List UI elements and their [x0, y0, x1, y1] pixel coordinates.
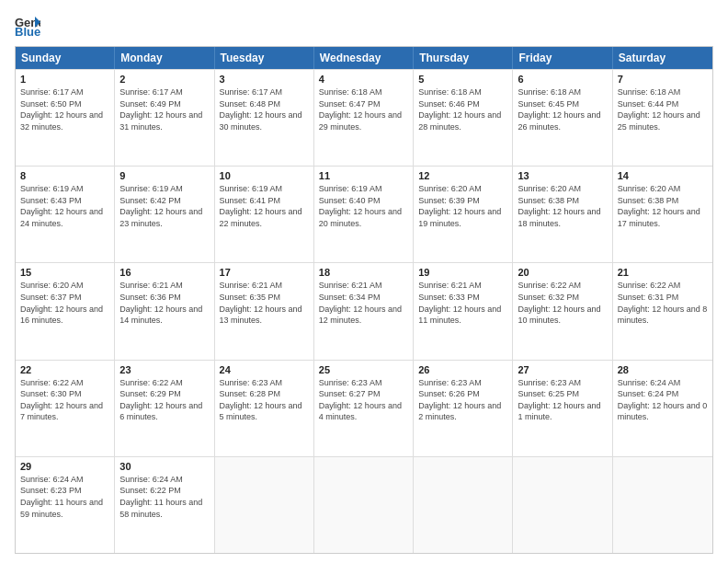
- calendar-week-2: 8Sunrise: 6:19 AMSunset: 6:43 PMDaylight…: [16, 166, 712, 262]
- empty-cell: [414, 457, 513, 553]
- day-number: 16: [119, 267, 209, 278]
- day-info: Sunrise: 6:18 AMSunset: 6:46 PMDaylight:…: [418, 86, 507, 132]
- day-number: 26: [418, 364, 507, 375]
- day-header-sunday: Sunday: [16, 47, 115, 69]
- day-info: Sunrise: 6:21 AMSunset: 6:36 PMDaylight:…: [119, 280, 209, 326]
- day-cell-22: 22Sunrise: 6:22 AMSunset: 6:30 PMDayligh…: [16, 361, 115, 456]
- day-info: Sunrise: 6:17 AMSunset: 6:49 PMDaylight:…: [119, 86, 209, 132]
- calendar-body: 1Sunrise: 6:17 AMSunset: 6:50 PMDaylight…: [16, 69, 712, 553]
- day-number: 10: [220, 170, 309, 181]
- empty-cell: [513, 457, 612, 553]
- calendar-header: SundayMondayTuesdayWednesdayThursdayFrid…: [16, 47, 712, 69]
- day-number: 30: [119, 461, 209, 472]
- day-info: Sunrise: 6:23 AMSunset: 6:27 PMDaylight:…: [319, 377, 408, 423]
- day-header-monday: Monday: [115, 47, 214, 69]
- day-info: Sunrise: 6:19 AMSunset: 6:42 PMDaylight:…: [119, 183, 209, 229]
- day-number: 12: [418, 170, 507, 181]
- day-cell-21: 21Sunrise: 6:22 AMSunset: 6:31 PMDayligh…: [613, 263, 712, 359]
- day-number: 5: [418, 74, 507, 85]
- empty-cell: [215, 457, 314, 553]
- day-header-thursday: Thursday: [414, 47, 513, 69]
- day-cell-14: 14Sunrise: 6:20 AMSunset: 6:38 PMDayligh…: [613, 167, 712, 262]
- day-number: 11: [319, 170, 408, 181]
- day-number: 6: [518, 74, 607, 85]
- day-info: Sunrise: 6:24 AMSunset: 6:24 PMDaylight:…: [618, 377, 708, 423]
- day-cell-20: 20Sunrise: 6:22 AMSunset: 6:32 PMDayligh…: [513, 263, 612, 359]
- day-cell-23: 23Sunrise: 6:22 AMSunset: 6:29 PMDayligh…: [115, 361, 214, 456]
- day-info: Sunrise: 6:22 AMSunset: 6:32 PMDaylight:…: [518, 280, 607, 326]
- page-container: General Blue SundayMondayTuesdayWednesda…: [0, 0, 728, 563]
- day-info: Sunrise: 6:22 AMSunset: 6:29 PMDaylight:…: [119, 377, 209, 423]
- day-number: 2: [119, 74, 209, 85]
- day-cell-16: 16Sunrise: 6:21 AMSunset: 6:36 PMDayligh…: [115, 263, 214, 359]
- day-number: 27: [518, 364, 607, 375]
- day-number: 28: [618, 364, 708, 375]
- logo-icon: General Blue: [15, 15, 40, 37]
- day-cell-13: 13Sunrise: 6:20 AMSunset: 6:38 PMDayligh…: [513, 167, 612, 262]
- day-cell-11: 11Sunrise: 6:19 AMSunset: 6:40 PMDayligh…: [314, 167, 414, 262]
- day-header-tuesday: Tuesday: [215, 47, 314, 69]
- day-number: 20: [518, 267, 607, 278]
- day-cell-24: 24Sunrise: 6:23 AMSunset: 6:28 PMDayligh…: [215, 361, 314, 456]
- day-info: Sunrise: 6:21 AMSunset: 6:34 PMDaylight:…: [319, 280, 408, 326]
- day-number: 22: [20, 364, 109, 375]
- day-cell-29: 29Sunrise: 6:24 AMSunset: 6:23 PMDayligh…: [16, 457, 115, 553]
- day-cell-4: 4Sunrise: 6:18 AMSunset: 6:47 PMDaylight…: [314, 70, 414, 166]
- day-cell-6: 6Sunrise: 6:18 AMSunset: 6:45 PMDaylight…: [513, 70, 612, 166]
- day-number: 1: [20, 74, 109, 85]
- logo: General Blue: [15, 15, 40, 37]
- day-info: Sunrise: 6:23 AMSunset: 6:25 PMDaylight:…: [518, 377, 607, 423]
- day-number: 9: [119, 170, 209, 181]
- day-info: Sunrise: 6:17 AMSunset: 6:50 PMDaylight:…: [20, 86, 109, 132]
- day-cell-26: 26Sunrise: 6:23 AMSunset: 6:26 PMDayligh…: [414, 361, 513, 456]
- page-header: General Blue: [15, 15, 713, 37]
- day-info: Sunrise: 6:21 AMSunset: 6:35 PMDaylight:…: [220, 280, 309, 326]
- day-cell-19: 19Sunrise: 6:21 AMSunset: 6:33 PMDayligh…: [414, 263, 513, 359]
- calendar: SundayMondayTuesdayWednesdayThursdayFrid…: [15, 46, 713, 554]
- day-number: 18: [319, 267, 408, 278]
- day-cell-27: 27Sunrise: 6:23 AMSunset: 6:25 PMDayligh…: [513, 361, 612, 456]
- day-number: 3: [220, 74, 309, 85]
- day-header-wednesday: Wednesday: [314, 47, 414, 69]
- day-number: 21: [618, 267, 708, 278]
- day-cell-2: 2Sunrise: 6:17 AMSunset: 6:49 PMDaylight…: [115, 70, 214, 166]
- calendar-week-4: 22Sunrise: 6:22 AMSunset: 6:30 PMDayligh…: [16, 360, 712, 456]
- svg-text:Blue: Blue: [15, 25, 40, 37]
- day-number: 7: [618, 74, 708, 85]
- empty-cell: [314, 457, 414, 553]
- day-info: Sunrise: 6:19 AMSunset: 6:41 PMDaylight:…: [220, 183, 309, 229]
- day-cell-28: 28Sunrise: 6:24 AMSunset: 6:24 PMDayligh…: [613, 361, 712, 456]
- day-cell-10: 10Sunrise: 6:19 AMSunset: 6:41 PMDayligh…: [215, 167, 314, 262]
- day-info: Sunrise: 6:23 AMSunset: 6:28 PMDaylight:…: [220, 377, 309, 423]
- day-number: 23: [119, 364, 209, 375]
- empty-cell: [613, 457, 712, 553]
- day-number: 29: [20, 461, 109, 472]
- day-number: 8: [20, 170, 109, 181]
- day-number: 15: [20, 267, 109, 278]
- day-cell-7: 7Sunrise: 6:18 AMSunset: 6:44 PMDaylight…: [613, 70, 712, 166]
- day-info: Sunrise: 6:20 AMSunset: 6:38 PMDaylight:…: [518, 183, 607, 229]
- day-cell-18: 18Sunrise: 6:21 AMSunset: 6:34 PMDayligh…: [314, 263, 414, 359]
- day-info: Sunrise: 6:18 AMSunset: 6:44 PMDaylight:…: [618, 86, 708, 132]
- day-info: Sunrise: 6:21 AMSunset: 6:33 PMDaylight:…: [418, 280, 507, 326]
- day-info: Sunrise: 6:20 AMSunset: 6:39 PMDaylight:…: [418, 183, 507, 229]
- day-number: 4: [319, 74, 408, 85]
- day-info: Sunrise: 6:22 AMSunset: 6:30 PMDaylight:…: [20, 377, 109, 423]
- day-info: Sunrise: 6:19 AMSunset: 6:43 PMDaylight:…: [20, 183, 109, 229]
- day-info: Sunrise: 6:18 AMSunset: 6:47 PMDaylight:…: [319, 86, 408, 132]
- day-cell-30: 30Sunrise: 6:24 AMSunset: 6:22 PMDayligh…: [115, 457, 214, 553]
- day-info: Sunrise: 6:18 AMSunset: 6:45 PMDaylight:…: [518, 86, 607, 132]
- day-cell-5: 5Sunrise: 6:18 AMSunset: 6:46 PMDaylight…: [414, 70, 513, 166]
- day-number: 24: [220, 364, 309, 375]
- day-info: Sunrise: 6:17 AMSunset: 6:48 PMDaylight:…: [220, 86, 309, 132]
- day-number: 25: [319, 364, 408, 375]
- day-header-saturday: Saturday: [613, 47, 712, 69]
- calendar-week-5: 29Sunrise: 6:24 AMSunset: 6:23 PMDayligh…: [16, 456, 712, 553]
- day-info: Sunrise: 6:19 AMSunset: 6:40 PMDaylight:…: [319, 183, 408, 229]
- day-info: Sunrise: 6:22 AMSunset: 6:31 PMDaylight:…: [618, 280, 708, 326]
- day-cell-12: 12Sunrise: 6:20 AMSunset: 6:39 PMDayligh…: [414, 167, 513, 262]
- day-cell-8: 8Sunrise: 6:19 AMSunset: 6:43 PMDaylight…: [16, 167, 115, 262]
- day-info: Sunrise: 6:24 AMSunset: 6:22 PMDaylight:…: [119, 474, 209, 520]
- day-cell-1: 1Sunrise: 6:17 AMSunset: 6:50 PMDaylight…: [16, 70, 115, 166]
- day-number: 14: [618, 170, 708, 181]
